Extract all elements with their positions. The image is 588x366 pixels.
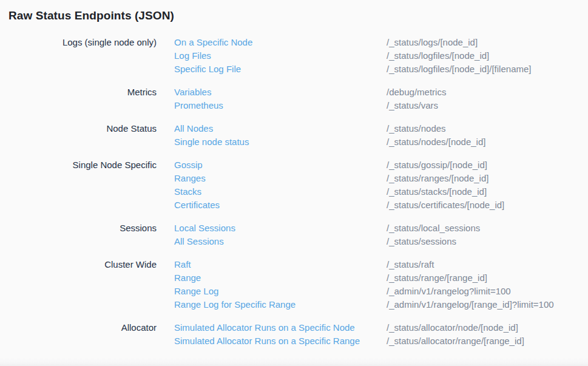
endpoint-path: /_status/logfiles/[node_id]/[filename] — [387, 63, 588, 76]
endpoint-path: /_status/range/[range_id] — [387, 271, 588, 285]
endpoint-path: /_status/allocator/range/[range_id] — [387, 334, 588, 348]
endpoint-path: /_status/local_sessions — [387, 222, 588, 235]
endpoint-link[interactable]: Range — [174, 271, 369, 285]
endpoint-group: Cluster WideRaft/_status/raftRange/_stat… — [0, 258, 588, 311]
category-label: Logs (single node only) — [0, 36, 157, 76]
endpoint-path: /_status/nodes — [387, 122, 588, 135]
endpoint-group: AllocatorSimulated Allocator Runs on a S… — [0, 321, 588, 348]
endpoint-entries: Gossip/_status/gossip/[node_id]Ranges/_s… — [174, 158, 588, 212]
endpoint-row: Raft/_status/raft — [174, 258, 588, 271]
category-label: Single Node Specific — [0, 158, 157, 212]
endpoint-link[interactable]: Variables — [174, 86, 369, 99]
endpoint-link[interactable]: Log Files — [174, 49, 369, 63]
endpoint-link[interactable]: All Sessions — [174, 235, 369, 248]
endpoint-path: /_admin/v1/rangelog?limit=100 — [387, 285, 588, 298]
endpoint-path: /_status/vars — [387, 99, 588, 112]
endpoint-path: /_status/logfiles/[node_id] — [387, 49, 588, 63]
endpoint-row: Range/_status/range/[range_id] — [174, 271, 588, 285]
endpoint-row: Stacks/_status/stacks/[node_id] — [174, 185, 588, 198]
endpoint-link[interactable]: All Nodes — [174, 122, 369, 135]
endpoint-group: SessionsLocal Sessions/_status/local_ses… — [0, 222, 588, 248]
endpoint-link[interactable]: Single node status — [174, 135, 369, 149]
endpoint-row: Variables/debug/metrics — [174, 86, 588, 99]
endpoint-link[interactable]: On a Specific Node — [174, 36, 369, 49]
category-label: Node Status — [0, 122, 157, 149]
endpoint-group: Single Node SpecificGossip/_status/gossi… — [0, 158, 588, 212]
endpoint-path: /_status/certificates/[node_id] — [387, 198, 588, 212]
endpoint-row: Specific Log File/_status/logfiles/[node… — [174, 63, 588, 76]
endpoint-path: /_status/sessions — [387, 235, 588, 248]
endpoint-row: Range Log/_admin/v1/rangelog?limit=100 — [174, 285, 588, 298]
endpoint-row: Single node status/_status/nodes/[node_i… — [174, 135, 588, 149]
endpoint-row: Local Sessions/_status/local_sessions — [174, 222, 588, 235]
endpoint-row: Gossip/_status/gossip/[node_id] — [174, 158, 588, 172]
endpoint-path: /debug/metrics — [387, 86, 588, 99]
endpoint-path: /_status/gossip/[node_id] — [387, 158, 588, 172]
endpoint-link[interactable]: Simulated Allocator Runs on a Specific N… — [174, 321, 369, 334]
category-label: Allocator — [0, 321, 157, 348]
endpoint-link[interactable]: Prometheus — [174, 99, 369, 112]
endpoint-path: /_admin/v1/rangelog/[range_id]?limit=100 — [387, 298, 588, 311]
endpoint-entries: Raft/_status/raftRange/_status/range/[ra… — [174, 258, 588, 311]
endpoint-group: MetricsVariables/debug/metricsPrometheus… — [0, 86, 588, 112]
category-label: Metrics — [0, 86, 157, 112]
endpoint-entries: Local Sessions/_status/local_sessionsAll… — [174, 222, 588, 248]
page-title: Raw Status Endpoints (JSON) — [8, 8, 588, 24]
endpoint-link[interactable]: Specific Log File — [174, 63, 369, 76]
endpoint-entries: Variables/debug/metricsPrometheus/_statu… — [174, 86, 588, 112]
endpoint-path: /_status/allocator/node/[node_id] — [387, 321, 588, 334]
endpoint-path: /_status/raft — [387, 258, 588, 271]
endpoint-group: Node StatusAll Nodes/_status/nodesSingle… — [0, 122, 588, 149]
endpoint-link[interactable]: Stacks — [174, 185, 369, 198]
endpoint-entries: All Nodes/_status/nodesSingle node statu… — [174, 122, 588, 149]
endpoint-row: Prometheus/_status/vars — [174, 99, 588, 112]
endpoint-link[interactable]: Range Log — [174, 285, 369, 298]
endpoint-path: /_status/stacks/[node_id] — [387, 185, 588, 198]
raw-status-endpoints-page: Raw Status Endpoints (JSON) Logs (single… — [0, 0, 588, 366]
endpoint-row: Simulated Allocator Runs on a Specific N… — [174, 321, 588, 334]
endpoint-path: /_status/ranges/[node_id] — [387, 172, 588, 185]
endpoint-link[interactable]: Gossip — [174, 158, 369, 172]
endpoint-entries: Simulated Allocator Runs on a Specific N… — [174, 321, 588, 348]
endpoint-path: /_status/nodes/[node_id] — [387, 135, 588, 149]
endpoint-groups: Logs (single node only)On a Specific Nod… — [0, 36, 588, 358]
footer-strip — [0, 358, 588, 366]
category-label: Cluster Wide — [0, 258, 157, 311]
endpoint-row: On a Specific Node/_status/logs/[node_id… — [174, 36, 588, 49]
endpoint-link[interactable]: Raft — [174, 258, 369, 271]
endpoint-link[interactable]: Range Log for Specific Range — [174, 298, 369, 311]
endpoint-row: Simulated Allocator Runs on a Specific R… — [174, 334, 588, 348]
endpoint-group: Logs (single node only)On a Specific Nod… — [0, 36, 588, 76]
endpoint-row: Range Log for Specific Range/_admin/v1/r… — [174, 298, 588, 311]
endpoint-path: /_status/logs/[node_id] — [387, 36, 588, 49]
endpoint-link[interactable]: Local Sessions — [174, 222, 369, 235]
endpoint-link[interactable]: Simulated Allocator Runs on a Specific R… — [174, 334, 369, 348]
endpoint-row: Certificates/_status/certificates/[node_… — [174, 198, 588, 212]
endpoint-row: All Nodes/_status/nodes — [174, 122, 588, 135]
endpoint-link[interactable]: Certificates — [174, 198, 369, 212]
category-label: Sessions — [0, 222, 157, 248]
endpoint-row: Ranges/_status/ranges/[node_id] — [174, 172, 588, 185]
endpoint-entries: On a Specific Node/_status/logs/[node_id… — [174, 36, 588, 76]
endpoint-link[interactable]: Ranges — [174, 172, 369, 185]
endpoint-row: All Sessions/_status/sessions — [174, 235, 588, 248]
endpoint-row: Log Files/_status/logfiles/[node_id] — [174, 49, 588, 63]
